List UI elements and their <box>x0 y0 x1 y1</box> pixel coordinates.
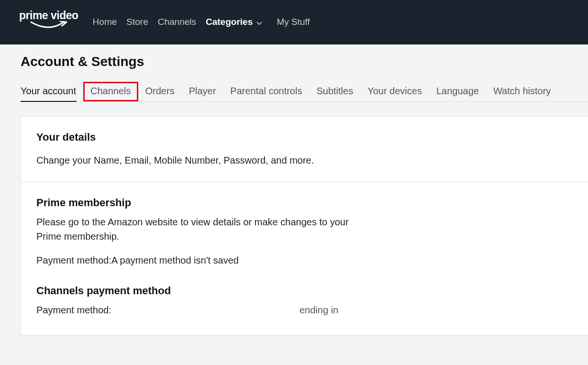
chevron-down-icon <box>256 17 262 28</box>
nav-categories[interactable]: Categories <box>206 17 262 28</box>
smile-icon <box>30 21 67 32</box>
tab-watch-history[interactable]: Watch history <box>486 82 558 101</box>
channels-payment-row: Payment method: ending in <box>36 305 573 316</box>
channels-payment-label: Payment method: <box>36 305 300 316</box>
settings-tabs: Your account Channels Orders Player Pare… <box>21 82 588 102</box>
nav-channels[interactable]: Channels <box>158 17 196 27</box>
your-details-text: Change your Name, Email, Mobile Number, … <box>36 153 352 167</box>
section-channels-payment: Channels payment method Payment method: … <box>36 285 573 316</box>
tab-your-devices[interactable]: Your devices <box>360 82 429 101</box>
prime-payment-line: Payment method:A payment method isn't sa… <box>36 253 352 267</box>
prime-membership-title: Prime membership <box>36 197 573 209</box>
page-content: Account & Settings Your account Channels… <box>0 44 588 335</box>
nav-my-stuff[interactable]: My Stuff <box>277 17 310 27</box>
top-navigation: prime video Home Store Channels Categori… <box>0 0 588 44</box>
page-title: Account & Settings <box>21 54 588 69</box>
your-details-title: Your details <box>36 131 573 144</box>
tab-player[interactable]: Player <box>182 82 223 101</box>
nav-links: Home Store Channels Categories My Stuff <box>93 17 310 28</box>
tab-parental-controls[interactable]: Parental controls <box>223 82 309 101</box>
prime-membership-text: Please go to the Amazon website to view … <box>36 215 352 243</box>
prime-video-logo[interactable]: prime video <box>19 9 78 32</box>
tab-orders[interactable]: Orders <box>138 82 182 101</box>
section-your-details[interactable]: Your details Change your Name, Email, Mo… <box>21 117 588 182</box>
section-prime-membership: Prime membership Please go to the Amazon… <box>21 182 588 335</box>
nav-categories-label: Categories <box>206 17 253 27</box>
tab-subtitles[interactable]: Subtitles <box>309 82 360 101</box>
nav-store[interactable]: Store <box>126 17 148 27</box>
nav-home[interactable]: Home <box>93 17 117 27</box>
settings-card: Your details Change your Name, Email, Mo… <box>21 116 588 335</box>
tab-channels[interactable]: Channels <box>83 82 138 101</box>
channels-payment-title: Channels payment method <box>36 285 573 297</box>
channels-payment-value: ending in <box>300 305 338 316</box>
tab-language[interactable]: Language <box>429 82 486 101</box>
tab-your-account[interactable]: Your account <box>21 82 83 101</box>
logo-text: prime video <box>19 9 78 22</box>
